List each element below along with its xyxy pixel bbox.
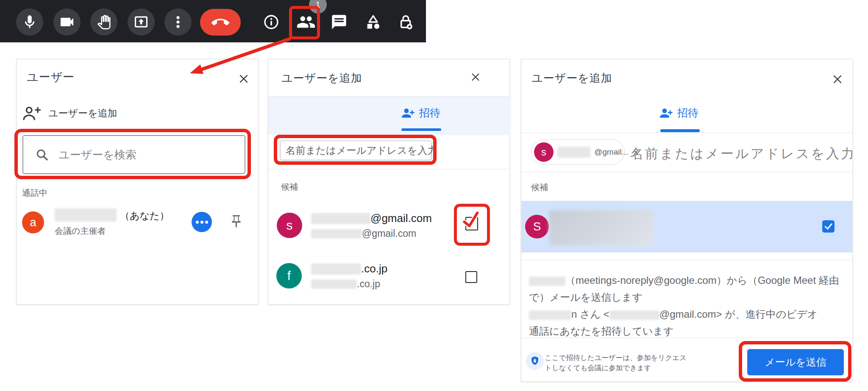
email-secondary: .co.jp <box>357 278 380 290</box>
checkbox-check-icon <box>823 222 833 231</box>
blurred-email-prefix <box>311 213 370 224</box>
tab-invite-label: 招待 <box>419 106 440 120</box>
avatar: s <box>277 213 302 238</box>
more-menu-icon <box>196 221 199 224</box>
microphone-icon <box>22 14 38 30</box>
add-users-panel: ユーザーを追加 招待 名前またはメールアドレスを入力 候補 s @gmail.c… <box>268 59 510 305</box>
close-button[interactable] <box>832 74 843 86</box>
annotation-search-box <box>14 129 251 179</box>
chip-email-fragment: @gmail... <box>594 147 629 157</box>
person-add-icon <box>401 106 415 120</box>
host-controls-icon <box>397 14 414 31</box>
blurred-email-prefix <box>311 229 362 238</box>
tab-underline <box>660 129 700 132</box>
add-users-row[interactable]: ユーザーを追加 <box>22 106 117 120</box>
shield-lock-icon <box>529 355 540 366</box>
info-icon <box>263 14 280 31</box>
selected-suggestion-row[interactable]: S <box>521 201 853 252</box>
avatar: a <box>22 211 44 233</box>
person-add-icon <box>659 106 673 120</box>
blurred-name <box>55 208 117 222</box>
mail-notice: （meetings-noreply@google.com）から（Google M… <box>529 272 839 340</box>
security-note-line1: ここで招待したユーザーは、参加をリクエス <box>545 352 687 363</box>
selected-checkbox[interactable] <box>822 220 835 233</box>
mail-notice-line4: 通話にあなたを招待しています <box>529 323 839 340</box>
security-note-line2: トしなくても会議に参加できます <box>545 363 687 373</box>
tab-invite[interactable]: 招待 <box>659 106 698 120</box>
end-call-icon <box>211 14 229 31</box>
annotation-input-box <box>274 135 437 165</box>
activities-icon <box>364 14 381 31</box>
avatar: S <box>525 215 549 238</box>
blurred-email-prefix <box>311 263 361 275</box>
email-primary: @gmail.com <box>370 212 432 225</box>
activities-button[interactable] <box>363 12 383 32</box>
mail-notice-line3-mid: n さん < <box>571 308 609 320</box>
participant-row[interactable]: a （あなた） 会議の主催者 <box>17 203 259 244</box>
meeting-details-button[interactable] <box>261 12 281 32</box>
security-note: ここで招待したユーザーは、参加をリクエス トしなくても会議に参加できます <box>545 352 687 373</box>
tab-underline <box>401 128 441 131</box>
camera-icon <box>58 14 75 31</box>
invite-panel: ユーザーを追加 招待 s @gmail... 名前またはメールアドレスを入力 候… <box>521 59 853 382</box>
host-controls-button[interactable] <box>395 12 416 32</box>
raise-hand-icon <box>96 14 111 30</box>
add-users-label: ユーザーを追加 <box>48 107 117 120</box>
participant-name-suffix: （あなた） <box>120 209 170 222</box>
raise-hand-button[interactable] <box>90 8 117 36</box>
annotation-arrow <box>182 30 297 80</box>
in-call-label: 通話中 <box>22 187 47 199</box>
annotation-send-button <box>739 341 851 382</box>
pin-icon <box>229 214 244 229</box>
mail-notice-line2: で）メールを送信します <box>529 289 839 306</box>
blurred-inviter-name <box>529 311 571 320</box>
annotation-check-icon <box>459 209 483 231</box>
suggestions-label: 候補 <box>281 181 298 193</box>
close-icon <box>470 72 481 82</box>
recipient-chip[interactable]: s @gmail... <box>531 139 625 165</box>
microphone-button[interactable] <box>16 8 43 36</box>
security-badge <box>526 352 544 370</box>
users-panel: ユーザー ユーザーを追加 ユーザーを検索 通話中 a （あなた） 会議の主催者 <box>17 59 259 305</box>
more-options-icon <box>170 14 186 30</box>
blurred-email-prefix <box>311 280 357 289</box>
email-primary: .co.jp <box>361 262 387 275</box>
camera-button[interactable] <box>53 8 81 36</box>
suggestion-row[interactable]: f .co.jp .co.jp <box>268 255 510 297</box>
avatar: s <box>534 142 554 162</box>
person-add-icon <box>22 106 41 120</box>
participant-role: 会議の主催者 <box>55 225 106 237</box>
blurred-inviter-email <box>609 311 659 320</box>
panel-title: ユーザー <box>27 69 75 85</box>
panel-title: ユーザーを追加 <box>531 71 612 86</box>
invite-email-input[interactable]: 名前またはメールアドレスを入力 <box>630 145 853 163</box>
mail-notice-line3: @gmail.com> が、進行中のビデオ <box>659 308 818 320</box>
suggestions-label: 候補 <box>531 182 548 193</box>
tab-invite[interactable]: 招待 <box>401 106 440 120</box>
avatar: f <box>276 263 302 288</box>
present-screen-button[interactable] <box>128 8 155 36</box>
mail-notice-line1: （meetings-noreply@google.com）から（Google M… <box>565 275 839 286</box>
participant-more-menu-button[interactable] <box>192 212 212 232</box>
close-icon <box>832 74 843 85</box>
present-screen-icon <box>133 14 149 30</box>
email-secondary: @gmail.com <box>362 228 416 239</box>
tab-invite-label: 招待 <box>677 106 698 120</box>
blurred-sender-name <box>529 277 565 286</box>
suggestion-checkbox[interactable] <box>465 271 477 283</box>
blurred-chip-name <box>557 147 590 158</box>
chat-button[interactable] <box>329 12 349 32</box>
chat-icon <box>331 14 348 31</box>
tab-strip <box>268 97 510 135</box>
close-button[interactable] <box>470 72 481 84</box>
blurred-contact-info <box>549 210 653 246</box>
pin-participant-button[interactable] <box>229 214 244 230</box>
